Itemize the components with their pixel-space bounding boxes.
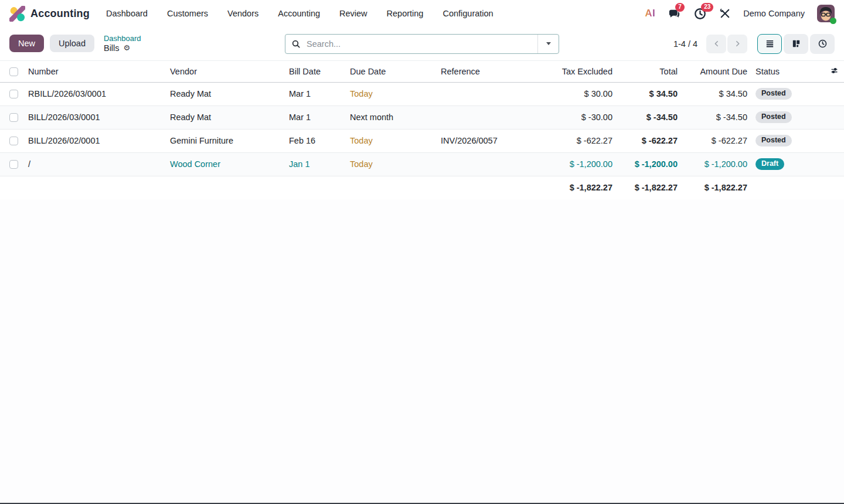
pager-range[interactable]: 1-4 / 4 [673,39,697,49]
column-header-tax-excluded[interactable]: Tax Excluded [533,61,615,82]
breadcrumb-dashboard-link[interactable]: Dashboard [104,34,141,43]
cell-reference[interactable] [438,82,533,105]
total-tax-excluded: $ -1,822.27 [533,176,615,199]
cell-number[interactable]: BILL/2026/03/0001 [26,105,168,129]
cell-vendor[interactable]: Ready Mat [168,82,287,105]
status-badge: Posted [755,111,792,124]
bill-row[interactable]: / Wood Corner Jan 1 Today $ -1,200.00 $ … [0,152,844,176]
cell-amount-due[interactable]: $ -1,200.00 [680,152,750,176]
cell-total[interactable]: $ 34.50 [615,82,680,105]
menu-vendors[interactable]: Vendors [227,9,258,18]
cell-bill-date[interactable]: Mar 1 [287,105,348,129]
gear-icon[interactable]: ⚙ [124,43,131,53]
cell-reference[interactable]: INV/2026/0057 [438,129,533,152]
menu-reporting[interactable]: Reporting [387,9,424,18]
cell-tax-excluded[interactable]: $ -622.27 [533,129,615,152]
optional-columns-button[interactable] [824,61,844,82]
cell-number[interactable]: RBILL/2026/03/0001 [26,82,168,105]
row-checkbox[interactable] [9,90,18,98]
column-header-status[interactable]: Status [750,61,824,82]
row-checkbox[interactable] [9,113,18,122]
chevron-right-icon [734,40,741,47]
control-panel: New Upload Dashboard Bills ⚙ 1-4 / 4 [0,27,844,61]
cell-tax-excluded[interactable]: $ 30.00 [533,82,615,105]
menu-configuration[interactable]: Configuration [443,9,493,18]
select-all-checkbox[interactable] [9,67,18,76]
cell-due-date[interactable]: Next month [348,105,438,129]
kanban-view-button[interactable] [784,34,808,54]
ai-assistant-icon[interactable]: AI [645,8,655,19]
menu-customers[interactable]: Customers [167,9,208,18]
search-bar [285,34,559,54]
menu-accounting[interactable]: Accounting [278,9,320,18]
list-view-icon [765,39,775,49]
cell-status[interactable]: Draft [750,152,824,176]
crossed-tools-icon [719,8,731,19]
column-header-amount-due[interactable]: Amount Due [680,61,750,82]
total-amount-due: $ -1,822.27 [680,176,750,199]
user-avatar[interactable] [817,5,835,22]
column-header-total[interactable]: Total [615,61,680,82]
cell-total[interactable]: $ -622.27 [615,129,680,152]
cell-due-date[interactable]: Today [348,82,438,105]
pager-previous-button[interactable] [706,35,726,53]
cell-bill-date[interactable]: Feb 16 [287,129,348,152]
row-checkbox[interactable] [9,160,18,169]
column-header-vendor[interactable]: Vendor [168,61,287,82]
cell-total[interactable]: $ -34.50 [615,105,680,129]
cell-due-date[interactable]: Today [348,129,438,152]
cell-bill-date[interactable]: Jan 1 [287,152,348,176]
column-header-reference[interactable]: Reference [438,61,533,82]
top-bar: Accounting Dashboard Customers Vendors A… [0,0,844,27]
cell-number[interactable]: / [26,152,168,176]
activity-view-button[interactable] [810,34,835,54]
search-options-toggle[interactable] [537,35,559,53]
cell-status[interactable]: Posted [750,105,824,129]
bills-list-table: Number Vendor Bill Date Due Date Referen… [0,61,844,199]
cell-status[interactable]: Posted [750,129,824,152]
messages-button[interactable]: 7 [668,7,681,21]
app-switcher[interactable]: Accounting [9,6,90,22]
status-badge: Posted [755,135,792,147]
cell-tax-excluded[interactable]: $ -30.00 [533,105,615,129]
search-input[interactable] [305,39,537,49]
activities-button[interactable]: 23 [693,7,707,21]
app-name[interactable]: Accounting [30,8,90,20]
totals-row: $ -1,822.27 $ -1,822.27 $ -1,822.27 [0,176,844,199]
cell-vendor[interactable]: Gemini Furniture [168,129,287,152]
cell-vendor[interactable]: Wood Corner [168,152,287,176]
menu-dashboard[interactable]: Dashboard [106,9,148,18]
cell-due-date[interactable]: Today [348,152,438,176]
new-button[interactable]: New [9,35,44,52]
cell-amount-due[interactable]: $ -34.50 [680,105,750,129]
cell-total[interactable]: $ -1,200.00 [615,152,680,176]
column-header-bill-date[interactable]: Bill Date [287,61,348,82]
activity-clock-icon [818,39,828,49]
cell-vendor[interactable]: Ready Mat [168,105,287,129]
cell-tax-excluded[interactable]: $ -1,200.00 [533,152,615,176]
column-header-due-date[interactable]: Due Date [348,61,438,82]
table-header-row: Number Vendor Bill Date Due Date Referen… [0,61,844,82]
total-total: $ -1,822.27 [615,176,680,199]
cell-reference[interactable] [438,152,533,176]
list-view-button[interactable] [757,34,782,54]
cell-amount-due[interactable]: $ -622.27 [680,129,750,152]
column-header-number[interactable]: Number [26,61,168,82]
cell-number[interactable]: BILL/2026/02/0001 [26,129,168,152]
activities-count-badge: 23 [701,3,713,12]
upload-button[interactable]: Upload [50,35,94,52]
cell-status[interactable]: Posted [750,82,824,105]
cell-reference[interactable] [438,105,533,129]
bill-row[interactable]: BILL/2026/02/0001 Gemini Furniture Feb 1… [0,129,844,152]
bill-row[interactable]: BILL/2026/03/0001 Ready Mat Mar 1 Next m… [0,105,844,129]
chevron-left-icon [713,40,720,47]
bill-row[interactable]: RBILL/2026/03/0001 Ready Mat Mar 1 Today… [0,82,844,105]
pager-next-button[interactable] [727,35,747,53]
row-checkbox[interactable] [9,137,18,145]
menu-review[interactable]: Review [339,9,367,18]
cell-bill-date[interactable]: Mar 1 [287,82,348,105]
kanban-view-icon [791,39,801,49]
debug-tools-button[interactable] [719,8,731,19]
cell-amount-due[interactable]: $ 34.50 [680,82,750,105]
company-selector[interactable]: Demo Company [743,9,805,18]
